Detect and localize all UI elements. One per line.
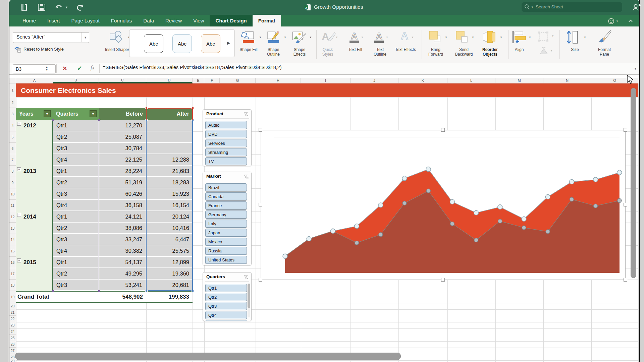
table-cell-year[interactable] xyxy=(16,223,53,234)
chart-selection-handle[interactable] xyxy=(441,278,445,282)
size-icon[interactable] xyxy=(565,30,580,45)
before-marker[interactable] xyxy=(570,197,574,201)
slicer-item-services[interactable]: Services xyxy=(205,139,247,147)
align-button[interactable]: Align xyxy=(511,47,528,52)
table-cell-year[interactable] xyxy=(16,234,53,245)
slicer-item-france[interactable]: France xyxy=(205,201,247,209)
reset-style-button[interactable]: Reset to Match Style xyxy=(23,47,64,52)
outline-collapse-button[interactable]: − xyxy=(17,167,21,171)
share-icon[interactable] xyxy=(632,3,641,12)
shape-style-3[interactable]: Abc xyxy=(201,34,220,53)
before-marker[interactable] xyxy=(522,226,526,230)
table-cell-quarter[interactable]: Qtr2 xyxy=(53,223,99,233)
before-marker[interactable] xyxy=(379,233,383,237)
row-header-23[interactable]: 23 xyxy=(9,322,16,328)
table-cell-before[interactable]: 60,426 xyxy=(99,188,146,199)
table-cell-before[interactable]: 51,319 xyxy=(99,177,146,188)
slicer-quarters[interactable]: QuartersQtr1Qtr2Qtr3Qtr4 xyxy=(203,272,252,321)
row-header-21[interactable]: 21 xyxy=(9,309,16,316)
shape-fill-button[interactable]: Shape Fill xyxy=(238,47,259,52)
chart-selection-handle[interactable] xyxy=(259,203,262,206)
table-cell-after[interactable]: 12,899 xyxy=(147,257,193,267)
row-header-17[interactable]: 17 xyxy=(9,268,16,280)
table-cell-after[interactable]: 21,683 xyxy=(147,166,193,176)
table-cell-after[interactable]: 18,283 xyxy=(147,177,193,188)
before-marker[interactable] xyxy=(498,219,502,223)
cancel-entry-icon[interactable]: ✕ xyxy=(62,65,67,72)
column-header-A[interactable]: A xyxy=(16,78,53,83)
formula-bar-expand-caret[interactable]: ▼ xyxy=(634,67,637,70)
slicer-item-japan[interactable]: Japan xyxy=(205,229,247,237)
row-header-25[interactable]: 25 xyxy=(9,335,16,341)
column-header-G[interactable]: G xyxy=(220,78,256,83)
vertical-scrollbar[interactable] xyxy=(631,88,636,278)
table-header-after[interactable]: After xyxy=(146,108,193,120)
chart-element-selector[interactable]: Series "After" ▼ xyxy=(13,32,89,43)
search-scope-caret[interactable]: ▼ xyxy=(531,6,534,9)
collapse-ribbon-icon[interactable] xyxy=(628,19,633,23)
slicer-product[interactable]: ProductAudioDVDServicesStreamingTV xyxy=(203,109,252,166)
row-header-11[interactable]: 11 xyxy=(9,200,16,211)
row-header-13[interactable]: 13 xyxy=(9,223,16,234)
row-header-4[interactable]: 4 xyxy=(9,120,16,131)
table-cell-quarter[interactable]: Qtr4 xyxy=(53,200,99,210)
slicer-item-audio[interactable]: Audio xyxy=(205,121,247,129)
table-cell-quarter[interactable]: Qtr2 xyxy=(53,131,99,142)
tab-home[interactable]: Home xyxy=(17,15,42,26)
table-cell-after[interactable] xyxy=(147,131,193,142)
column-header-M[interactable]: M xyxy=(495,78,543,83)
outline-collapse-button[interactable]: − xyxy=(17,258,21,262)
chart-selection-handle[interactable] xyxy=(441,128,445,132)
table-cell-after[interactable] xyxy=(147,120,193,131)
search-box[interactable]: ▼ Search Sheet xyxy=(522,2,622,12)
table-cell-before[interactable]: 25,087 xyxy=(99,131,146,142)
name-box-stepper[interactable]: ▲▼ xyxy=(46,65,48,71)
after-marker[interactable] xyxy=(402,176,407,181)
table-cell-after[interactable]: 15,923 xyxy=(147,188,193,199)
confirm-entry-icon[interactable]: ✓ xyxy=(77,65,82,72)
shape-effects-button[interactable]: Shape Effects xyxy=(289,47,310,57)
table-header-before[interactable]: Before xyxy=(99,108,146,120)
column-header-I[interactable]: I xyxy=(301,78,351,83)
bring-forward-icon[interactable] xyxy=(428,31,442,44)
slicer-item-russia[interactable]: Russia xyxy=(205,247,247,255)
range-handle-red[interactable] xyxy=(145,107,148,109)
table-cell-after[interactable]: 20,124 xyxy=(147,211,193,222)
insert-shapes-label[interactable]: Insert Shapes xyxy=(105,47,130,52)
table-cell-after[interactable] xyxy=(147,143,193,154)
row-header-22[interactable]: 22 xyxy=(9,316,16,322)
row-header-15[interactable]: 15 xyxy=(9,245,16,257)
before-marker[interactable] xyxy=(618,198,622,202)
send-backward-caret[interactable]: ▼ xyxy=(472,36,474,39)
slicer-item-germany[interactable]: Germany xyxy=(205,210,247,219)
shape-style-2[interactable]: Abc xyxy=(172,34,192,53)
row-header-29[interactable]: 29 xyxy=(9,360,16,362)
after-marker[interactable] xyxy=(283,254,287,258)
chart-selection-handle[interactable] xyxy=(259,128,262,132)
before-marker[interactable] xyxy=(594,204,598,208)
save-icon[interactable] xyxy=(37,3,46,12)
table-cell-after[interactable]: 25,575 xyxy=(147,245,193,256)
table-cell-after[interactable]: 12,288 xyxy=(147,154,193,165)
shape-outline-caret[interactable]: ▼ xyxy=(284,36,286,39)
insert-function-icon[interactable]: fx xyxy=(91,65,95,71)
chart-selection-handle[interactable] xyxy=(624,278,627,282)
before-marker[interactable] xyxy=(355,241,359,245)
chart-object[interactable] xyxy=(261,130,626,280)
table-cell-after[interactable]: 10,416 xyxy=(147,223,193,233)
table-cell-quarter[interactable]: Qtr3 xyxy=(53,280,99,290)
shape-effects-caret[interactable]: ▼ xyxy=(309,36,312,39)
before-marker[interactable] xyxy=(402,201,407,205)
outline-collapse-button[interactable]: − xyxy=(17,213,21,217)
after-marker[interactable] xyxy=(355,224,359,229)
row-header-9[interactable]: 9 xyxy=(9,177,16,188)
formula-input[interactable]: =SERIES('Sales Pivot'!$D$3,'Sales Pivot'… xyxy=(103,65,282,70)
select-all-corner[interactable] xyxy=(9,78,16,83)
reorder-objects-caret[interactable]: ▼ xyxy=(500,36,502,39)
table-cell-year[interactable] xyxy=(16,280,53,291)
undo-caret[interactable]: ▼ xyxy=(65,6,68,9)
table-cell-after[interactable]: 19,360 xyxy=(147,268,193,279)
bring-forward-button[interactable]: Bring Forward xyxy=(425,47,447,57)
range-handle-purple[interactable] xyxy=(52,119,54,121)
gallery-more-arrow[interactable]: ▶ xyxy=(227,41,230,45)
